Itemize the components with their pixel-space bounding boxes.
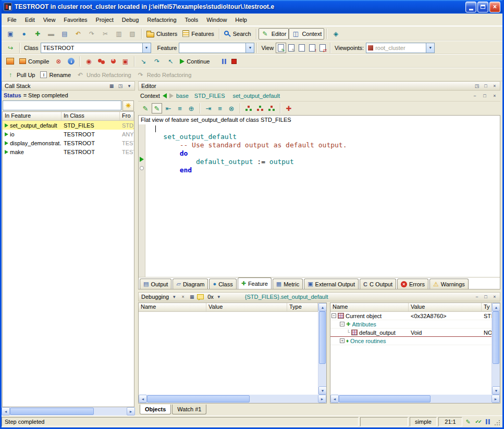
watch-vscrollbar[interactable]: ▲ ▼ [318,303,326,395]
float-panel-icon[interactable]: ◳ [117,83,124,90]
scroll-left-button[interactable]: ◄ [330,395,339,403]
undo-button[interactable]: ↶ [71,28,85,40]
dock-panel-icon[interactable]: ▾ [126,83,133,90]
column-in-feature[interactable]: In Feature [3,112,62,120]
clusters-button[interactable]: Clusters [144,29,180,39]
context-minimize-icon[interactable]: − [471,93,478,99]
feature-combo-dropdown[interactable]: ▼ [245,43,254,53]
tab-output[interactable]: ▤Output [140,279,171,289]
scroll-down-button[interactable]: ▼ [492,386,500,395]
undo-refactoring-button[interactable]: ↶Undo Refactoring [73,69,134,81]
scroll-track[interactable] [492,311,500,386]
new-window-button[interactable]: ▣ [4,28,17,40]
menu-window[interactable]: Window [202,15,231,25]
tab-external-output[interactable]: ▣External Output [304,279,359,289]
enable-breakpoints-button[interactable] [95,57,108,66]
project-settings-button[interactable] [4,56,17,66]
interface-view-button[interactable]: ⇄ [317,43,328,53]
column-name[interactable]: Name [139,303,206,311]
feature-relations-button[interactable]: ✚ [284,103,294,113]
tab-metric[interactable]: ▦Metric [273,279,303,289]
scroll-thumb[interactable] [147,395,250,402]
breadcrumb-class[interactable]: STD_FILES [194,93,225,99]
call-stack-row[interactable]: io TESTROOT ANY [3,130,134,138]
object-tree-row[interactable]: └default_output Void NON [330,329,491,337]
breakpoint-slot-icon[interactable] [140,166,144,170]
scroll-track[interactable] [147,395,318,403]
menu-help[interactable]: Help [231,15,251,25]
call-stack-row[interactable]: display_demonstrat... TESTROOT TEST [3,138,134,147]
diagram-tool-button[interactable]: ◈ [329,28,342,40]
column-name[interactable]: Name [330,303,409,311]
column-value[interactable]: Value [206,303,287,311]
scroll-left-button[interactable]: ◄ [139,395,147,403]
object-tree-row[interactable]: −Current object <0x32A8760> STD_ [330,312,491,320]
breakpoint-gutter[interactable] [139,124,145,277]
debug-close-icon[interactable]: × [491,294,498,300]
objects-table-empty-area[interactable] [330,345,491,395]
resize-grip[interactable] [494,419,501,426]
column-type[interactable]: Ty [482,303,491,311]
titlebar[interactable]: TESTROOT in cluster root_cluster located… [2,0,502,14]
editor-tool-button[interactable]: ✎Editor [259,28,289,40]
scroll-right-button[interactable]: ► [318,395,326,403]
viewpoints-combo[interactable]: root_cluster ▼ [366,43,435,53]
tab-watch-1[interactable]: Watch #1 [172,405,206,414]
watch-hscrollbar[interactable]: ◄ ► [139,395,326,403]
descendants-button[interactable] [255,103,265,113]
breadcrumb-cluster[interactable]: base [176,93,189,99]
menu-tools[interactable]: Tools [181,15,203,25]
stop-button[interactable] [229,57,239,66]
editor-close-icon[interactable]: × [491,83,498,90]
code-lines[interactable]: set_output_default -- Use standard outpu… [145,124,500,277]
open-in-new-window-button[interactable]: ↪ [4,42,17,54]
editor-maximize-icon[interactable]: □ [482,83,489,90]
open-in-new-tab-button[interactable]: ✎ [152,103,162,113]
scroll-track[interactable] [10,407,127,415]
edit-feature-button[interactable]: ✎ [140,103,151,113]
hex-format-dropdown-icon[interactable]: ▾ [215,294,223,300]
history-back-icon[interactable] [163,93,167,98]
clickable-view-button[interactable]: ✎ [286,43,297,53]
call-stack-filter-input[interactable] [3,100,121,110]
watch-table-empty-area[interactable] [139,312,318,395]
scroll-thumb[interactable] [339,395,431,402]
debug-maximize-icon[interactable]: □ [482,294,489,300]
scroll-track[interactable] [318,311,326,386]
scroll-down-button[interactable]: ▼ [318,386,326,395]
paste-button[interactable]: ▧ [126,28,139,40]
homonyms-button[interactable] [266,103,277,113]
menu-favorites[interactable]: Favorites [59,15,91,25]
debug-context-path[interactable]: {STD_FILES}.set_output_default [245,294,328,300]
redo-button[interactable]: ↷ [85,28,99,40]
save-call-stack-icon[interactable]: ▦ [108,83,115,90]
creators-button[interactable]: ⊕ [186,103,196,113]
scroll-up-button[interactable]: ▲ [492,303,500,311]
menu-edit[interactable]: Edit [21,15,39,25]
save-button[interactable]: ▬ [44,28,58,40]
edit-comment-icon[interactable] [197,294,204,299]
copy-button[interactable]: ▥ [112,28,126,40]
call-stack-row[interactable]: set_output_default STD_FILES STD_ [3,121,134,130]
objects-vscrollbar[interactable]: ▲ ▼ [491,303,500,395]
redo-refactoring-button[interactable]: ↷Redo Refactoring [134,69,194,81]
menu-refactoring[interactable]: Refactoring [143,15,180,25]
tab-warnings[interactable]: ⚠Warnings [429,279,469,289]
menu-file[interactable]: File [3,15,21,25]
callees-button[interactable]: ⇥ [203,103,214,113]
expand-icon[interactable]: + [340,338,345,343]
collapse-icon[interactable]: − [340,322,345,326]
tab-errors[interactable]: ×Errors [397,279,428,289]
scroll-left-button[interactable]: ◄ [2,407,10,415]
text-view-button[interactable]: ✎ [276,43,286,53]
compile-button[interactable]: Compile [17,57,52,66]
call-stack-tool-button[interactable]: ✳ [122,100,134,111]
hex-format-label[interactable]: 0x [207,294,214,300]
rename-button[interactable]: IRename [38,70,73,80]
call-stack-hscrollbar[interactable]: ◄ ► [2,407,135,415]
column-value[interactable]: Value [409,303,482,311]
tab-diagram[interactable]: ▱Diagram [173,279,208,289]
assigners-button[interactable]: ≡ [175,103,185,113]
ignore-breakpoints-button[interactable]: ◉ [82,56,95,67]
feature-combo[interactable]: ▼ [179,43,254,53]
